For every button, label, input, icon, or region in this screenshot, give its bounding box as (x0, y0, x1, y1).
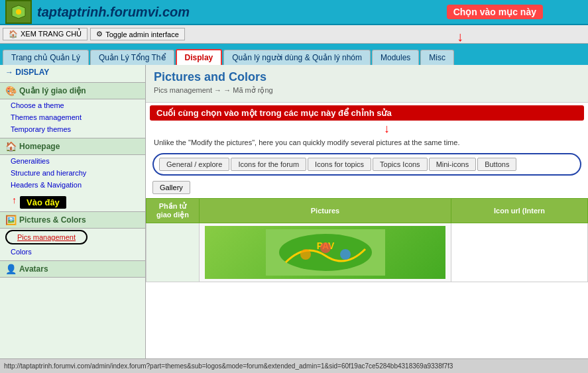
nav-tab-display[interactable]: Display (176, 49, 223, 65)
svg-point-7 (340, 249, 351, 260)
tab-gallery[interactable]: Gallery (152, 181, 190, 194)
avatars-icon: 👤 (5, 264, 17, 274)
table-header-pictures: Pictures (200, 199, 451, 223)
sidebar-group-pictures: 🖼️ Pictures & Colors Pics management Col… (0, 211, 145, 258)
nav-tab-home[interactable]: Trang chủ Quản Lý (3, 50, 89, 65)
statusbar: http://taptaptrinh.forumvi.com/admin/ind… (0, 358, 588, 373)
tab-icons-forum[interactable]: Icons for the forum (231, 158, 306, 171)
svg-point-1 (16, 9, 21, 15)
sidebar-group-header-homepage: 🏠 Homepage (0, 138, 145, 155)
main-header: Pictures and Colors Pics management → → … (146, 65, 588, 103)
sidebar-display-section: → DISPLAY (0, 65, 145, 80)
sidebar-item-generalities[interactable]: Generalities (0, 155, 145, 167)
tab-buttons[interactable]: Buttons (477, 158, 516, 171)
homepage-icon: 🏠 (5, 141, 17, 152)
main-nav: Trang chủ Quản Lý Quản Lý Tổng Thể Displ… (0, 44, 588, 65)
toolbar: 🏠 XEM TRANG CHỦ ⚙ Toggle admin interface (0, 25, 588, 44)
sidebar-item-colors[interactable]: Colors (0, 246, 145, 258)
vao-day-annotation: Vào đây (20, 196, 66, 209)
tab-mini-icons[interactable]: Mini-icons (429, 158, 477, 171)
logo (5, 0, 32, 24)
sidebar: → DISPLAY 🎨 Quản lý giao diện Choose a t… (0, 65, 146, 358)
giao-dien-icon: 🎨 (5, 85, 17, 96)
tab-topics-icons[interactable]: Topics Icons (373, 158, 428, 171)
sidebar-item-pics-management[interactable]: Pics management (7, 231, 86, 243)
toggle-admin-button[interactable]: ⚙ Toggle admin interface (90, 28, 185, 40)
pictures-icon: 🖼️ (5, 215, 17, 225)
sidebar-item-structure[interactable]: Structure and hierarchy (0, 167, 145, 179)
breadcrumb-pics: Pics management (154, 86, 212, 94)
svg-point-6 (320, 242, 331, 253)
sidebar-item-temporary-themes[interactable]: Temporary themes (0, 123, 145, 135)
table-cell-picture: PAV (200, 223, 451, 282)
sidebar-group-giao-dien: 🎨 Quản lý giao diện Choose a theme Theme… (0, 82, 145, 135)
sidebar-group-homepage: 🏠 Homepage Generalities Structure and hi… (0, 138, 145, 191)
sidebar-group-header-giao-dien: 🎨 Quản lý giao diện (0, 82, 145, 99)
sidebar-item-themes-management[interactable]: Themes management (0, 111, 145, 123)
content-tabs: General / explore Icons for the forum Ic… (152, 153, 581, 176)
main-annotation: Cuối cùng chọn vào một trong các mục này… (150, 105, 584, 121)
toggle-icon: ⚙ (96, 30, 103, 38)
nav-tab-misc[interactable]: Misc (420, 50, 454, 65)
svg-point-5 (300, 249, 311, 260)
nav-tab-modules[interactable]: Modules (372, 50, 419, 65)
site-title: taptaptrinh.forumvi.com (37, 5, 190, 20)
breadcrumb-ma-mo-rong: Mã mở rộng (233, 86, 272, 94)
sidebar-item-choose-theme[interactable]: Choose a theme (0, 99, 145, 111)
table-cell-element (147, 223, 200, 282)
sidebar-annotation-wrapper: Vào đây ↑ (0, 193, 145, 211)
table-header-icon-url: Icon url (Intern (451, 199, 588, 223)
arrow-down-main-icon: ↓ (186, 122, 588, 136)
arrow-left-icon: ↑ (12, 195, 17, 205)
sidebar-display-label: → DISPLAY (0, 65, 145, 80)
sidebar-group-avatars: 👤 Avatars (0, 260, 145, 278)
nav-tab-tong-the[interactable]: Quản Lý Tổng Thể (90, 50, 174, 65)
main-title: Pictures and Colors (154, 70, 580, 84)
data-table: Phần tử giao diện Pictures Icon url (Int… (146, 198, 588, 282)
content-area: → DISPLAY 🎨 Quản lý giao diện Choose a t… (0, 65, 588, 358)
breadcrumb: Pics management → → Mã mở rộng (154, 84, 580, 97)
table-header-element: Phần tử giao diện (147, 199, 200, 223)
picture-placeholder: PAV (205, 226, 445, 279)
table-cell-url (451, 223, 588, 282)
home-button[interactable]: 🏠 XEM TRANG CHỦ (3, 28, 88, 40)
home-icon: 🏠 (9, 30, 18, 38)
desc-text: Unlike the "Modify the pictures", here y… (146, 136, 588, 149)
tab-general-explore[interactable]: General / explore (159, 158, 229, 171)
sidebar-group-header-avatars: 👤 Avatars (0, 260, 145, 278)
statusbar-url: http://taptaptrinh.forumvi.com/admin/ind… (4, 362, 453, 370)
nav-tab-users[interactable]: Quản lý người dùng & Quản lý nhóm (223, 50, 371, 65)
header: taptaptrinh.forumvi.com Chọn vào mục này… (0, 0, 588, 25)
tab-icons-topics[interactable]: Icons for topics (308, 158, 371, 171)
sidebar-group-header-pictures: 🖼️ Pictures & Colors (0, 211, 145, 229)
gallery-tab-row: Gallery (146, 180, 588, 195)
main-panel: Pictures and Colors Pics management → → … (146, 65, 588, 358)
breadcrumb-separator: → (214, 86, 221, 94)
header-annotation: Chọn vào mục này (447, 5, 543, 19)
sidebar-item-headers-nav[interactable]: Headers & Navigation (0, 179, 145, 191)
table-row: PAV (147, 223, 588, 282)
arrow-down-icon: ↓ (457, 29, 463, 44)
